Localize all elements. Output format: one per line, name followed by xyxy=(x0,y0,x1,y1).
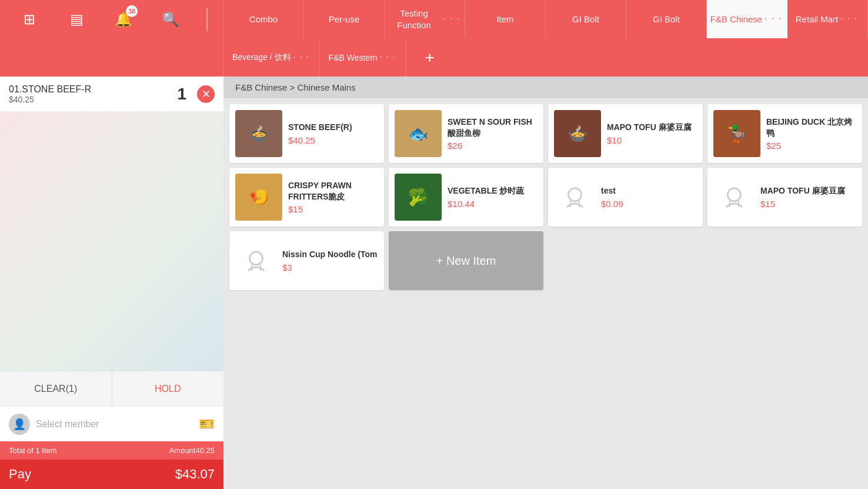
plus-icon: + xyxy=(425,48,434,67)
tab-combo[interactable]: Combo xyxy=(223,0,304,38)
top-navigation: ⊞ ▤ 🔔 38 🔍 Combo Per-use Testing Functio… xyxy=(0,0,868,38)
pay-amount: $43.07 xyxy=(175,467,215,482)
item-image-placeholder-8 xyxy=(713,177,755,218)
tab-per-use[interactable]: Per-use xyxy=(304,0,385,38)
member-avatar: 👤 xyxy=(9,414,30,435)
svg-point-2 xyxy=(249,251,262,264)
total-label: Total of 1 Item xyxy=(9,446,57,455)
grid-icon-button[interactable]: ⊞ xyxy=(15,5,44,34)
menu-item-8[interactable]: MAPO TOFU 麻婆豆腐 $15 xyxy=(707,168,862,227)
main-area: 01.STONE BEEF-R $40.25 1 ✕ CLEAR(1) HOLD… xyxy=(0,76,868,489)
sub-tab-fb-western[interactable]: F&B Western ・・・ xyxy=(320,38,406,76)
pay-button[interactable]: Pay $43.07 xyxy=(0,460,223,489)
menu-item-4[interactable]: 🦆 BEIJING DUCK 北京烤鸭 $25 xyxy=(707,104,862,163)
sub-tabs: Beverage / 饮料 ・・・ F&B Western ・・・ + xyxy=(223,38,868,76)
order-item-name: 01.STONE BEEF-R xyxy=(9,84,91,94)
tab-fb-chinese[interactable]: F&B Chinese ・・・ xyxy=(707,0,787,38)
ticket-icon[interactable]: 🎫 xyxy=(199,417,215,432)
menu-item-5[interactable]: 🍤 CRISPY PRAWN FRITTERS脆皮 $15 xyxy=(229,168,384,227)
orders-icon: ▤ xyxy=(70,11,84,28)
tab-retail-mart[interactable]: Retail Mart ・・・ xyxy=(787,0,868,38)
breadcrumb: F&B Chinese > Chinese Mains xyxy=(223,76,868,98)
menu-item-2[interactable]: 🐟 SWEET N SOUR FISH酸甜鱼柳 $26 xyxy=(389,104,543,163)
menu-item-7[interactable]: test $0.09 xyxy=(548,168,703,227)
person-icon: 👤 xyxy=(13,418,26,431)
svg-point-1 xyxy=(727,188,740,201)
order-actions: CLEAR(1) HOLD xyxy=(0,371,223,406)
pay-label: Pay xyxy=(9,467,31,482)
sub-tab-beverage[interactable]: Beverage / 饮料 ・・・ xyxy=(223,38,320,76)
menu-item-1[interactable]: 🍲 STONE BEEF(R) $40.25 xyxy=(229,104,384,163)
new-item-label: + New Item xyxy=(436,254,496,268)
clear-button[interactable]: CLEAR(1) xyxy=(0,371,112,406)
search-icon-button[interactable]: 🔍 xyxy=(156,5,185,34)
total-row: Total of 1 Item Amount40.25 xyxy=(0,441,223,460)
item-image-1: 🍲 xyxy=(235,110,282,157)
sub-navigation: Beverage / 饮料 ・・・ F&B Western ・・・ + xyxy=(0,38,868,76)
member-placeholder: Select member xyxy=(36,419,199,430)
orders-icon-button[interactable]: ▤ xyxy=(62,5,91,34)
member-row[interactable]: 👤 Select member 🎫 xyxy=(0,406,223,441)
menu-item-9[interactable]: Nissin Cup Noodle (Tom $3 xyxy=(229,231,384,290)
menu-items-grid: 🍲 STONE BEEF(R) $40.25 🐟 SWEET N SOUR FI… xyxy=(223,98,868,489)
menu-item-3[interactable]: 🍲 MAPO TOFU 麻婆豆腐 $10 xyxy=(548,104,703,163)
remove-item-button[interactable]: ✕ xyxy=(197,85,215,103)
notification-icon-button[interactable]: 🔔 38 xyxy=(109,5,138,34)
hold-button[interactable]: HOLD xyxy=(112,371,224,406)
notification-badge: 38 xyxy=(126,5,138,17)
order-item-price: $40.25 xyxy=(9,95,177,104)
add-category-button[interactable]: + xyxy=(406,38,453,76)
item-image-6: 🥦 xyxy=(395,174,442,221)
right-panel: F&B Chinese > Chinese Mains 🍲 STONE BEEF… xyxy=(223,76,868,489)
search-icon: 🔍 xyxy=(162,11,179,28)
item-image-2: 🐟 xyxy=(395,110,442,157)
svg-point-0 xyxy=(568,188,581,201)
nav-tabs: Combo Per-use Testing Function ・・・ Item … xyxy=(223,0,868,38)
item-image-4: 🦆 xyxy=(713,110,760,157)
item-image-3: 🍲 xyxy=(554,110,601,157)
tab-item[interactable]: Item xyxy=(465,0,546,38)
item-image-placeholder-9 xyxy=(235,240,276,281)
order-item-row: 01.STONE BEEF-R $40.25 1 ✕ xyxy=(0,76,223,112)
tab-testing-function[interactable]: Testing Function ・・・ xyxy=(385,0,465,38)
total-amount: Amount40.25 xyxy=(169,446,215,455)
order-item-qty: 1 xyxy=(177,85,186,104)
left-icon-bar: ⊞ ▤ 🔔 38 🔍 xyxy=(0,0,223,38)
tab-gi-bolt-2[interactable]: GI Bolt xyxy=(626,0,707,38)
menu-item-6[interactable]: 🥦 VEGETABLE 炒时蔬 $10.44 xyxy=(389,168,543,227)
tab-gi-bolt-1[interactable]: GI Bolt xyxy=(546,0,626,38)
close-icon: ✕ xyxy=(202,88,211,101)
sub-nav-spacer xyxy=(0,38,223,76)
item-image-placeholder-7 xyxy=(554,177,595,218)
item-image-5: 🍤 xyxy=(235,174,282,221)
grid-icon: ⊞ xyxy=(24,11,35,28)
order-panel: 01.STONE BEEF-R $40.25 1 ✕ CLEAR(1) HOLD… xyxy=(0,76,223,489)
new-item-button[interactable]: + New Item xyxy=(389,231,543,290)
